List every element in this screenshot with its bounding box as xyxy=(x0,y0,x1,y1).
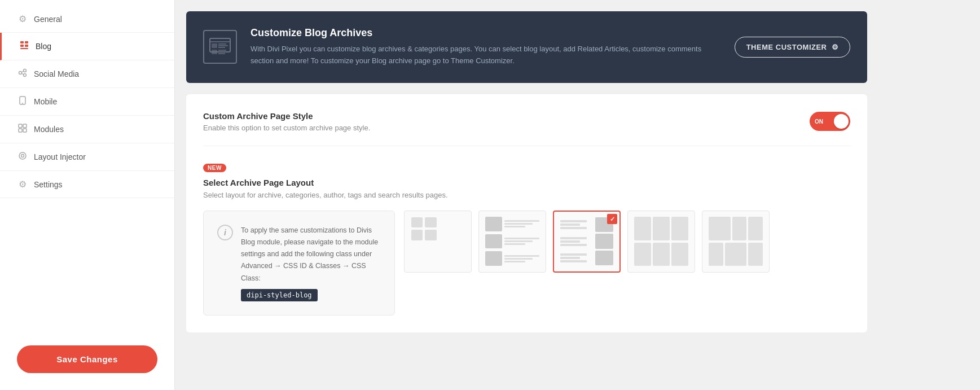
sidebar-item-blog[interactable]: Blog xyxy=(0,33,174,60)
svg-rect-20 xyxy=(212,43,217,48)
svg-point-17 xyxy=(21,155,24,157)
layout-option-1[interactable] xyxy=(404,211,472,273)
toggle-on-label: ON xyxy=(815,119,834,125)
layout-preview xyxy=(408,214,468,269)
svg-line-8 xyxy=(22,71,24,72)
layout-option-3[interactable] xyxy=(553,211,621,273)
info-content: To apply the same customizations to Divi… xyxy=(241,225,381,301)
sidebar-item-label: General xyxy=(34,15,62,24)
settings-icon: ⚙ xyxy=(17,179,28,190)
archive-layout-title: Select Archive Page Layout xyxy=(203,178,850,187)
banner-title: Customize Blog Archives xyxy=(251,27,721,39)
settings-card: Custom Archive Page Style Enable this op… xyxy=(186,94,867,332)
custom-archive-toggle[interactable]: ON xyxy=(810,112,850,131)
layout-injector-icon xyxy=(17,151,28,163)
gear-icon: ⚙ xyxy=(832,43,839,51)
svg-rect-0 xyxy=(20,41,24,43)
right-panel xyxy=(878,0,980,390)
gear-icon: ⚙ xyxy=(17,14,28,24)
banner-icon xyxy=(203,30,237,64)
blog-icon xyxy=(19,41,30,52)
svg-rect-2 xyxy=(20,45,24,47)
sidebar-item-label: Layout Injector xyxy=(34,152,86,161)
layout-options xyxy=(404,211,770,273)
main-content: Customize Blog Archives With Divi Pixel … xyxy=(175,0,878,390)
archive-layout-description: Select layout for archive, categories, a… xyxy=(203,191,850,199)
svg-point-6 xyxy=(24,69,27,72)
archive-layout-section: NEW Select Archive Page Layout Select la… xyxy=(203,162,850,315)
layout-option-4[interactable] xyxy=(627,211,695,273)
svg-line-9 xyxy=(22,73,24,75)
svg-rect-1 xyxy=(25,41,28,43)
new-badge: NEW xyxy=(203,164,226,172)
mobile-icon xyxy=(17,96,28,107)
css-class-badge: dipi-styled-blog xyxy=(241,289,318,301)
svg-point-7 xyxy=(24,74,27,77)
custom-archive-title: Custom Archive Page Style xyxy=(203,111,370,121)
svg-rect-15 xyxy=(23,129,27,132)
layout-option-5[interactable] xyxy=(702,211,770,273)
theme-customizer-label: THEME CUSTOMIZER xyxy=(746,43,827,51)
sidebar-item-modules[interactable]: Modules xyxy=(0,116,174,143)
sidebar-item-label: Social Media xyxy=(34,69,79,78)
svg-rect-12 xyxy=(19,124,22,128)
save-changes-button[interactable]: Save Changes xyxy=(17,345,157,373)
blog-archives-banner: Customize Blog Archives With Divi Pixel … xyxy=(186,11,867,83)
layout-option-2[interactable] xyxy=(478,211,546,273)
svg-rect-3 xyxy=(25,45,28,47)
svg-point-11 xyxy=(22,103,23,104)
sidebar-item-layout-injector[interactable]: Layout Injector xyxy=(0,143,174,171)
modules-icon xyxy=(17,124,28,135)
sidebar-item-label: Blog xyxy=(36,42,51,51)
svg-rect-14 xyxy=(19,129,22,132)
sidebar-item-label: Settings xyxy=(34,180,63,189)
layout-preview xyxy=(557,214,616,268)
banner-text: Customize Blog Archives With Divi Pixel … xyxy=(251,27,721,67)
toggle-label-group: Custom Archive Page Style Enable this op… xyxy=(203,111,370,132)
sidebar-item-label: Modules xyxy=(34,125,64,134)
info-icon: i xyxy=(217,225,233,240)
toggle-thumb xyxy=(834,114,849,129)
sidebar-item-mobile[interactable]: Mobile xyxy=(0,88,174,116)
save-btn-container: Save Changes xyxy=(0,334,174,384)
info-text: To apply the same customizations to Divi… xyxy=(241,225,381,284)
svg-point-16 xyxy=(19,152,26,159)
toggle-track: ON xyxy=(810,112,850,131)
svg-point-5 xyxy=(19,72,22,75)
info-box: i To apply the same customizations to Di… xyxy=(203,211,395,315)
sidebar-item-social-media[interactable]: Social Media xyxy=(0,60,174,88)
sidebar: ⚙ General Blog Social Media xyxy=(0,0,175,390)
svg-rect-13 xyxy=(23,124,27,128)
sidebar-item-settings[interactable]: ⚙ Settings xyxy=(0,171,174,198)
sidebar-item-general[interactable]: ⚙ General xyxy=(0,6,174,33)
social-icon xyxy=(17,68,28,80)
custom-archive-description: Enable this option to set custom archive… xyxy=(203,124,370,132)
svg-rect-24 xyxy=(212,50,217,54)
custom-archive-toggle-row: Custom Archive Page Style Enable this op… xyxy=(203,111,850,146)
banner-description: With Divi Pixel you can customize blog a… xyxy=(251,43,721,67)
theme-customizer-button[interactable]: THEME CUSTOMIZER ⚙ xyxy=(735,37,850,58)
sidebar-item-label: Mobile xyxy=(34,97,57,106)
svg-rect-4 xyxy=(20,48,28,49)
